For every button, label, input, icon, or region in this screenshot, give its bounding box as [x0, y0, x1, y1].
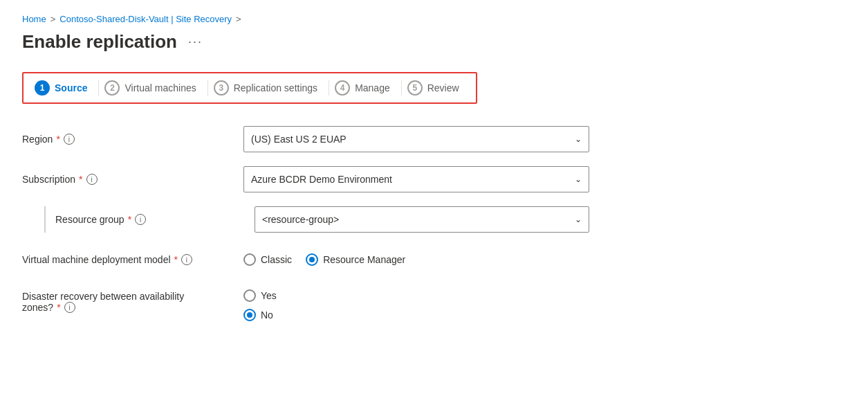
subscription-row: Subscription * i Azure BCDR Demo Environ… [22, 166, 589, 192]
breadcrumb-sep2: > [236, 14, 241, 24]
vm-deployment-required: * [174, 254, 178, 265]
subscription-chevron-icon: ⌄ [575, 174, 582, 184]
dr-label-line2-row: zones? * i [22, 302, 184, 313]
vm-deployment-radio-group: Classic Resource Manager [243, 253, 589, 266]
region-required: * [56, 134, 59, 145]
subscription-label-col: Subscription * i [22, 174, 243, 185]
page-title: Enable replication [22, 31, 177, 53]
resource-group-required: * [128, 214, 131, 225]
subscription-control: Azure BCDR Demo Environment ⌄ [243, 166, 589, 192]
dr-yes-radio[interactable] [243, 289, 256, 302]
dr-label-line1: Disaster recovery between availability [22, 291, 184, 302]
dr-yes-option[interactable]: Yes [243, 289, 589, 302]
vm-deployment-row: Virtual machine deployment model * i Cla… [22, 246, 589, 273]
subscription-required: * [79, 174, 82, 185]
subscription-info-icon[interactable]: i [86, 174, 98, 185]
region-label: Region [22, 134, 53, 145]
step-divider-1 [98, 80, 99, 96]
breadcrumb: Home > Contoso-Shared-Disk-Vault | Site … [22, 14, 846, 24]
resource-group-chevron-icon: ⌄ [575, 215, 582, 224]
step-manage[interactable]: 4 Manage [331, 76, 400, 100]
step-divider-3 [329, 80, 329, 96]
dr-yes-label: Yes [261, 290, 277, 301]
disaster-recovery-control: Yes No [243, 289, 589, 321]
step-rep-circle: 3 [214, 80, 229, 96]
vm-deployment-resource-manager-radio[interactable] [306, 253, 318, 266]
resource-group-control: <resource-group> ⌄ [255, 206, 589, 233]
resource-group-dropdown[interactable]: <resource-group> ⌄ [255, 206, 589, 233]
region-dropdown-value: (US) East US 2 EUAP [251, 134, 347, 145]
resource-group-info-icon[interactable]: i [135, 214, 146, 225]
step-virtual-machines[interactable]: 2 Virtual machines [100, 76, 205, 100]
breadcrumb-sep1: > [50, 14, 56, 24]
vm-deployment-control: Classic Resource Manager [243, 253, 589, 266]
vm-deployment-classic-radio[interactable] [243, 253, 256, 266]
dr-required: * [57, 302, 60, 313]
region-chevron-icon: ⌄ [575, 134, 582, 144]
form-area: Region * i (US) East US 2 EUAP ⌄ Subscri… [22, 126, 589, 321]
disaster-recovery-radio-group: Yes No [243, 289, 589, 321]
dr-label-line2: zones? [22, 302, 53, 313]
step-replication-settings[interactable]: 3 Replication settings [210, 76, 327, 100]
step-manage-label: Manage [355, 82, 390, 93]
vm-deployment-label: Virtual machine deployment model [22, 254, 171, 265]
subscription-dropdown-value: Azure BCDR Demo Environment [251, 174, 392, 185]
breadcrumb-vault[interactable]: Contoso-Shared-Disk-Vault | Site Recover… [59, 14, 232, 24]
region-row: Region * i (US) East US 2 EUAP ⌄ [22, 126, 589, 152]
step-review-label: Review [427, 82, 459, 93]
steps-nav: 1 Source 2 Virtual machines 3 Replicatio… [22, 72, 477, 104]
vm-deployment-resource-manager-option[interactable]: Resource Manager [306, 253, 405, 266]
step-divider-4 [401, 80, 402, 96]
disaster-recovery-row: Disaster recovery between availability z… [22, 287, 589, 321]
dr-no-radio-inner [247, 312, 252, 318]
resource-group-dropdown-value: <resource-group> [262, 214, 339, 225]
resource-group-row: Resource group * i <resource-group> ⌄ [22, 206, 589, 233]
region-label-col: Region * i [22, 134, 243, 145]
vm-deployment-resource-manager-radio-inner [309, 257, 315, 262]
subscription-dropdown[interactable]: Azure BCDR Demo Environment ⌄ [243, 166, 589, 192]
step-source[interactable]: 1 Source [30, 76, 97, 100]
step-review-circle: 5 [407, 80, 423, 96]
resource-group-label-col: Resource group * i [55, 214, 255, 225]
step-divider-2 [207, 80, 208, 96]
region-info-icon[interactable]: i [64, 134, 75, 145]
step-manage-circle: 4 [335, 80, 350, 96]
indent-line [44, 206, 46, 233]
vm-deployment-info-icon[interactable]: i [181, 254, 192, 265]
vm-deployment-classic-option[interactable]: Classic [243, 253, 292, 266]
step-vm-circle: 2 [104, 80, 120, 96]
disaster-recovery-label: Disaster recovery between availability z… [22, 291, 184, 313]
dr-info-icon[interactable]: i [64, 302, 75, 313]
vm-deployment-label-col: Virtual machine deployment model * i [22, 254, 243, 265]
dr-no-radio[interactable] [243, 309, 256, 321]
vm-deployment-classic-label: Classic [261, 254, 292, 265]
step-source-circle: 1 [35, 80, 50, 96]
step-rep-label: Replication settings [234, 82, 317, 93]
step-review[interactable]: 5 Review [403, 76, 469, 100]
step-vm-label: Virtual machines [124, 82, 196, 93]
subscription-label: Subscription [22, 174, 75, 185]
region-control: (US) East US 2 EUAP ⌄ [243, 126, 589, 152]
breadcrumb-home[interactable]: Home [22, 14, 46, 24]
step-source-label: Source [55, 82, 87, 93]
dr-no-option[interactable]: No [243, 309, 589, 321]
disaster-recovery-label-col: Disaster recovery between availability z… [22, 289, 243, 313]
vm-deployment-resource-manager-label: Resource Manager [323, 254, 405, 265]
more-options-button[interactable]: ··· [185, 35, 205, 49]
resource-group-label: Resource group [55, 214, 124, 225]
dr-no-label: No [261, 309, 273, 321]
region-dropdown[interactable]: (US) East US 2 EUAP ⌄ [243, 126, 589, 152]
